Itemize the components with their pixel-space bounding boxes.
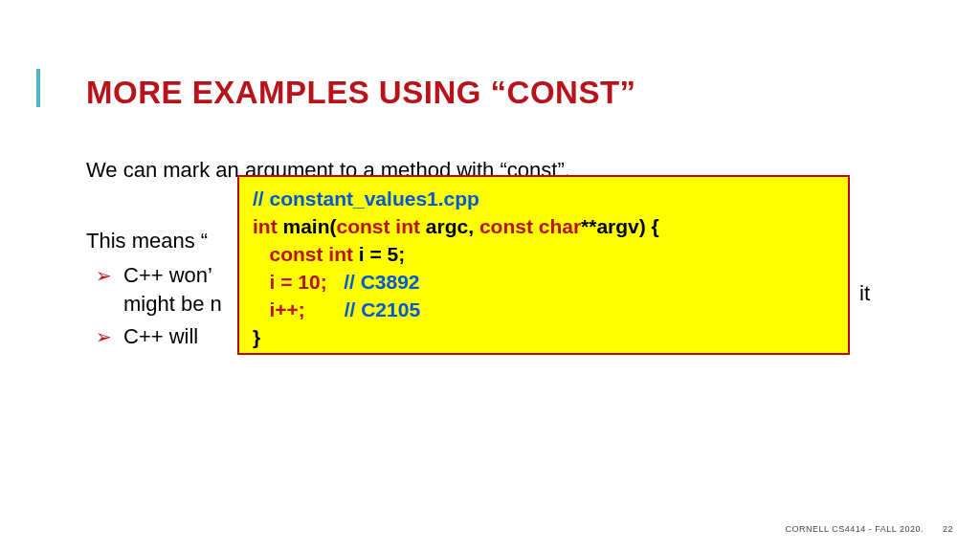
arrow-icon: ➢	[96, 322, 112, 351]
code-line-5: i++; // C2105	[253, 296, 835, 323]
slide-number: 22	[943, 524, 953, 534]
code-line-3: const int i = 5;	[253, 240, 835, 268]
bullet-1-text-b: might be n	[123, 290, 222, 319]
code-line-1: // constant_values1.cpp	[253, 185, 835, 212]
code-line-2: int main(const int argc, const char**arg…	[253, 212, 835, 240]
slide-title: MORE EXAMPLES USING “CONST”	[86, 75, 636, 111]
text-fragment-right: it	[859, 281, 870, 306]
bullet-2-text: C++ will	[123, 322, 198, 351]
code-box: // constant_values1.cpp int main(const i…	[237, 175, 850, 355]
bullet-1-text-a: C++ won’	[123, 261, 222, 290]
code-line-4: i = 10; // C3892	[253, 268, 835, 296]
footer: CORNELL CS4414 - FALL 2020. 22	[786, 524, 953, 534]
accent-bar	[36, 69, 40, 107]
arrow-icon: ➢	[96, 261, 112, 290]
footer-course: CORNELL CS4414 - FALL 2020.	[786, 524, 924, 534]
code-line-6: }	[253, 323, 835, 351]
